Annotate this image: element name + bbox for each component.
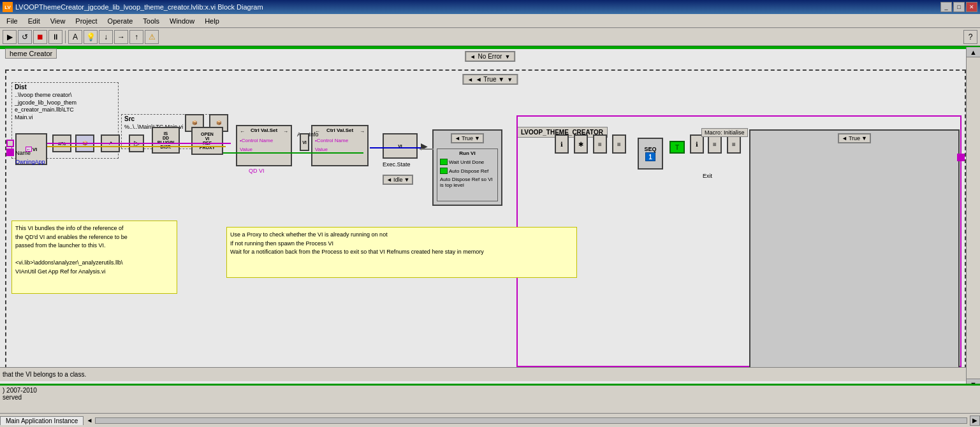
wire-blue-1 <box>370 147 421 148</box>
seq-value: 1 <box>645 152 655 161</box>
owning-app-label: OwningApp <box>15 159 45 165</box>
asterisk-block: ✱ <box>574 134 588 154</box>
highlight-button[interactable]: 💡 <box>84 30 98 44</box>
menu-tools[interactable]: Tools <box>138 16 165 26</box>
h-scroll-track[interactable] <box>95 417 967 424</box>
right-connectors <box>957 154 965 161</box>
comment-box-2: Use a Proxy to check whether the VI is a… <box>226 227 577 278</box>
diagram-area: heme Creator ◄ No Error ▼ ◄ ◄ True ▼ ▼ D… <box>0 46 980 390</box>
pause-button[interactable]: ⏸ <box>48 30 62 44</box>
wire-pink-top <box>47 143 231 144</box>
wait-until-done-led <box>440 159 448 165</box>
run-button[interactable]: ▶ <box>3 30 17 44</box>
idle-label: Idle <box>393 177 403 183</box>
wire-yellow-1 <box>47 146 226 147</box>
window-controls: _ □ ✕ <box>940 2 977 12</box>
v-scrollbar[interactable]: ▲ ▼ <box>966 47 980 389</box>
vi-block-2: VI <box>300 133 309 151</box>
toolbar: ▶ ↺ ⏹ ⏸ A 💡 ↓ → ↑ ⚠ ? <box>0 28 980 46</box>
menu-window[interactable]: Window <box>165 16 200 26</box>
info-icon-2: ℹ <box>690 134 704 154</box>
bundle-block-2: ≡ <box>612 134 626 154</box>
menu-edit[interactable]: Edit <box>23 16 45 26</box>
vi-exec-state-block: VI <box>383 133 418 159</box>
menu-file[interactable]: File <box>1 16 23 26</box>
auto-dispose-led <box>440 168 448 174</box>
step-into-button[interactable]: ↓ <box>99 30 113 44</box>
help-button[interactable]: ? <box>963 30 977 44</box>
ctrl-val-set-1-block: Ctrl Val.Set •Control Name Value ← → <box>236 125 292 166</box>
abort-button[interactable]: ⏹ <box>33 30 47 44</box>
seq-block: SEQ 1 <box>638 138 663 170</box>
status-text: that the VI belongs to a class. <box>3 371 86 378</box>
right-conn-1 <box>957 154 965 161</box>
diagram-tab-label: heme Creator <box>10 50 52 57</box>
true-box: ◄ ◄ True ▼ ▼ <box>462 74 518 85</box>
bottom-tab-arrow: ◄ <box>86 417 92 424</box>
maximize-button[interactable]: □ <box>953 2 965 12</box>
far-right-block: ◄True▼ <box>749 129 960 375</box>
block-far-2: ≡ <box>727 134 741 154</box>
name-label: Name <box>15 150 31 156</box>
bottom-tab[interactable]: Main Application Instance <box>0 416 84 425</box>
close-button[interactable]: ✕ <box>966 2 977 12</box>
dist-text: ..\lvoop theme creator\_jgcode_lib_lvoop… <box>15 92 77 122</box>
h-scrollbar[interactable] <box>95 416 967 426</box>
exec-state-label: Exec.State <box>383 161 411 168</box>
bottom-bar: ) 2007-2010 served Main Application Inst… <box>0 384 980 427</box>
idle-indicator: ◄Idle▼ <box>383 175 413 185</box>
left-conn-2 <box>6 148 14 156</box>
ctrl-val-set-2-block: Ctrl Val.Set •Control Name Value ← → <box>311 125 369 166</box>
wait-until-done-label: Wait Until Done <box>449 159 484 165</box>
menu-view[interactable]: View <box>45 16 71 26</box>
src-label: Src <box>124 115 135 122</box>
run-continuous-button[interactable]: ↺ <box>18 30 32 44</box>
step-out-button[interactable]: ↑ <box>129 30 143 44</box>
top-border <box>0 47 980 49</box>
gate-block: ≡ <box>593 134 607 154</box>
left-conn-1 <box>6 140 14 147</box>
scroll-right-btn[interactable]: ▶ <box>970 416 980 426</box>
qd-vi-label: QD VI <box>249 168 265 174</box>
macro-init-label: Macro: Initialise <box>701 128 748 137</box>
run-vi-title: Run VI <box>437 149 497 157</box>
menu-help[interactable]: Help <box>200 16 224 26</box>
minimize-button[interactable]: _ <box>940 2 952 12</box>
true-selector-block: ◄True▼ Run VI Wait Until Done Auto Dispo… <box>432 129 502 206</box>
scroll-up-btn[interactable]: ▲ <box>967 47 980 57</box>
true-label: ◄ True ▼ <box>476 76 504 83</box>
error-cluster: ◄ No Error ▼ <box>465 51 516 62</box>
seq-label: SEQ <box>644 146 656 152</box>
is-plugin-dist-block: ISDDPLUGINDIST. <box>152 127 180 154</box>
wire-green-1 <box>223 152 363 154</box>
comment-box-1: This VI bundles the info of the referenc… <box>11 221 177 294</box>
diagram-tab[interactable]: heme Creator <box>5 48 57 59</box>
auto-dispose-note: Auto Dispose Ref so VI is top level <box>437 175 497 189</box>
left-connectors <box>6 140 14 156</box>
app-icon: LV <box>3 2 13 12</box>
true-constant: T <box>669 141 685 154</box>
auto-dispose-label: Auto Dispose Ref <box>449 168 488 174</box>
main-frame: Dist ..\lvoop theme creator\_jgcode_lib_… <box>5 69 966 381</box>
step-over-button[interactable]: → <box>114 30 128 44</box>
error-indicator: ◄ No Error ▼ <box>465 51 516 62</box>
menu-project[interactable]: Project <box>70 16 102 26</box>
error-label: No Error <box>478 53 502 60</box>
toolbar-separator-1 <box>65 31 66 43</box>
text-tool-button[interactable]: A <box>68 30 82 44</box>
menu-operate[interactable]: Operate <box>103 16 138 26</box>
bottom-text-1: ) 2007-2010 served <box>0 386 980 402</box>
wire-gray-1 <box>420 148 434 150</box>
window-title: LVOOPThemeCreator_jgcode_lib_lvoop_theme… <box>15 3 940 11</box>
menu-bar: File Edit View Project Operate Tools Win… <box>0 14 980 28</box>
copyright-line-1: ) 2007-2010 <box>3 387 977 394</box>
exit-label: Exit <box>703 173 712 179</box>
warn-button[interactable]: ⚠ <box>145 30 159 44</box>
open-vi-ref-proxy-block: OPENVIREFPROXY <box>191 127 223 155</box>
block-far-1: ≡ <box>708 134 722 154</box>
bottom-tab-bar: Main Application Instance ◄ ▶ <box>0 413 980 427</box>
true-indicator: ◄ ◄ True ▼ ▼ <box>462 74 518 85</box>
title-bar: LV LVOOPThemeCreator_jgcode_lib_lvoop_th… <box>0 0 980 14</box>
diagram-status-bar: that the VI belongs to a class. <box>0 367 966 381</box>
copyright-line-2: served <box>3 394 977 401</box>
